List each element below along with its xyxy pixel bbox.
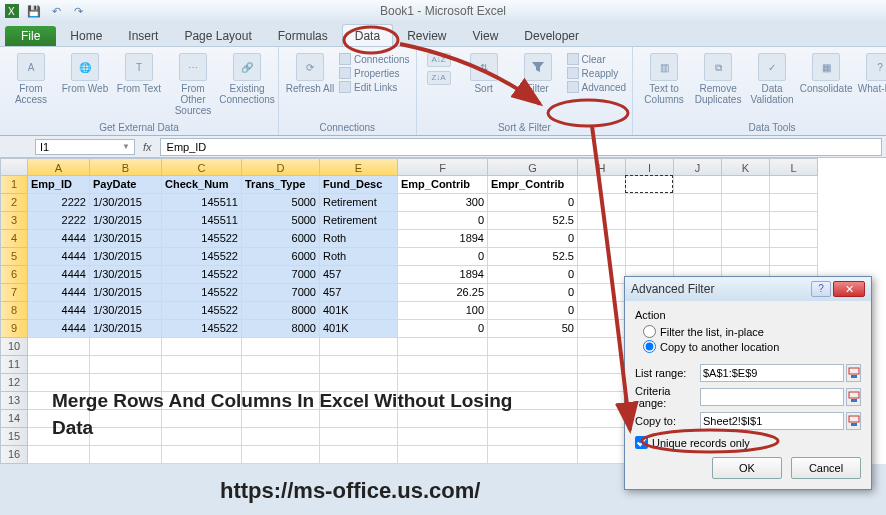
cell[interactable] [626,194,674,212]
cell[interactable]: 7000 [242,266,320,284]
row-header[interactable]: 8 [0,302,28,320]
cell[interactable] [578,284,626,302]
name-box[interactable]: I1▼ [35,139,135,155]
row-header[interactable]: 10 [0,338,28,356]
tab-page-layout[interactable]: Page Layout [172,25,263,46]
cell[interactable]: Trans_Type [242,176,320,194]
consolidate-button[interactable]: ▦Consolidate [801,49,851,94]
cell[interactable]: 145522 [162,248,242,266]
cell[interactable]: 457 [320,266,398,284]
cell[interactable] [90,356,162,374]
range-picker-icon[interactable] [846,364,861,382]
clear-button[interactable]: Clear [567,53,626,65]
cell[interactable] [398,356,488,374]
dialog-titlebar[interactable]: Advanced Filter ? ✕ [625,277,871,301]
cell[interactable]: Roth [320,230,398,248]
column-header[interactable]: B [90,158,162,176]
cell[interactable] [722,176,770,194]
cell[interactable] [722,212,770,230]
tab-review[interactable]: Review [395,25,458,46]
cell[interactable] [578,410,626,428]
cell[interactable]: 8000 [242,302,320,320]
cell[interactable] [626,248,674,266]
from-other-sources-button[interactable]: ⋯From Other Sources [168,49,218,116]
range-picker-icon[interactable] [846,388,861,406]
cell[interactable] [578,446,626,464]
cell[interactable]: 1/30/2015 [90,266,162,284]
cell[interactable]: 1/30/2015 [90,320,162,338]
cell[interactable]: 401K [320,302,398,320]
cell[interactable]: Empr_Contrib [488,176,578,194]
sort-az-button[interactable]: A↓ZZ↓A [423,49,455,87]
cell[interactable]: 1894 [398,230,488,248]
cell[interactable] [28,338,90,356]
radio-filter-in-place[interactable]: Filter the list, in-place [643,325,861,338]
help-icon[interactable]: ? [811,281,831,297]
cell[interactable]: Roth [320,248,398,266]
cell[interactable] [90,338,162,356]
cell[interactable] [722,248,770,266]
range-picker-icon[interactable] [846,412,861,430]
cell[interactable]: 1/30/2015 [90,230,162,248]
save-icon[interactable]: 💾 [26,3,42,19]
close-icon[interactable]: ✕ [833,281,865,297]
column-header[interactable]: D [242,158,320,176]
redo-icon[interactable]: ↷ [70,3,86,19]
connections-button[interactable]: Connections [339,53,410,65]
cell[interactable]: 4444 [28,320,90,338]
cell[interactable]: Emp_Contrib [398,176,488,194]
what-if-button[interactable]: ?What-If Ar [855,49,886,94]
cell[interactable]: 145522 [162,230,242,248]
sort-button[interactable]: ⇅Sort [459,49,509,94]
cell[interactable]: 145522 [162,284,242,302]
properties-button[interactable]: Properties [339,67,410,79]
cell[interactable]: 100 [398,302,488,320]
column-header[interactable]: C [162,158,242,176]
undo-icon[interactable]: ↶ [48,3,64,19]
cell[interactable]: PayDate [90,176,162,194]
remove-duplicates-button[interactable]: ⧉Remove Duplicates [693,49,743,105]
column-header[interactable]: E [320,158,398,176]
cell[interactable] [398,446,488,464]
cell[interactable] [488,356,578,374]
cell[interactable] [90,446,162,464]
tab-formulas[interactable]: Formulas [266,25,340,46]
tab-insert[interactable]: Insert [116,25,170,46]
cell[interactable]: Emp_ID [28,176,90,194]
from-text-button[interactable]: TFrom Text [114,49,164,94]
cell[interactable]: 1/30/2015 [90,248,162,266]
cell[interactable]: 1/30/2015 [90,194,162,212]
cell[interactable] [162,356,242,374]
cell[interactable]: Check_Num [162,176,242,194]
cell[interactable] [674,176,722,194]
refresh-all-button[interactable]: ⟳Refresh All [285,49,335,94]
cell[interactable]: 457 [320,284,398,302]
cell[interactable]: 8000 [242,320,320,338]
cell[interactable]: 1/30/2015 [90,212,162,230]
formula-bar[interactable] [160,138,882,156]
cell[interactable] [320,338,398,356]
row-header[interactable]: 2 [0,194,28,212]
cell[interactable] [578,176,626,194]
cell[interactable] [578,248,626,266]
fx-icon[interactable]: fx [143,141,152,153]
cell[interactable] [578,338,626,356]
cell[interactable] [398,338,488,356]
cell[interactable]: 6000 [242,230,320,248]
cell[interactable] [488,446,578,464]
copy-to-input[interactable] [700,412,844,430]
row-header[interactable]: 3 [0,212,28,230]
cell[interactable]: 4444 [28,266,90,284]
cell[interactable] [770,230,818,248]
cell[interactable] [162,446,242,464]
cell[interactable] [674,212,722,230]
column-header[interactable]: F [398,158,488,176]
cell[interactable] [770,194,818,212]
cell[interactable]: 1/30/2015 [90,284,162,302]
cell[interactable]: 145522 [162,320,242,338]
cell[interactable] [578,212,626,230]
select-all-corner[interactable] [0,158,28,176]
cell[interactable] [162,338,242,356]
cell[interactable] [578,428,626,446]
from-access-button[interactable]: AFrom Access [6,49,56,105]
